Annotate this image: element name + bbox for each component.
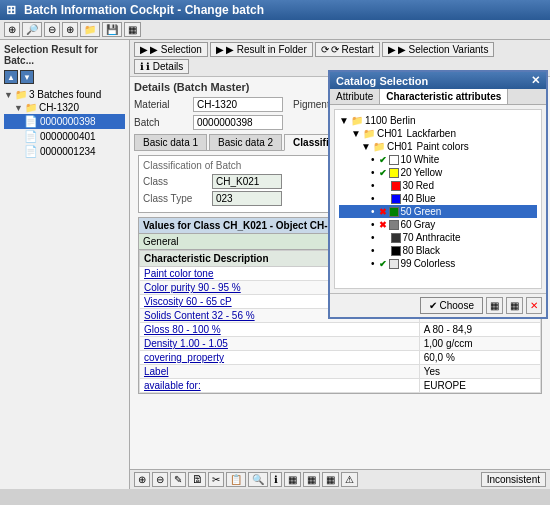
tree-icon-batch3: 📄 bbox=[24, 145, 38, 158]
selection-button[interactable]: ▶ ▶ Selection bbox=[134, 42, 208, 57]
x-icon: ✖ bbox=[379, 220, 387, 230]
catalog-btn-2[interactable]: ▦ bbox=[486, 297, 503, 314]
catalog-tab-attribute[interactable]: Attribute bbox=[330, 89, 380, 104]
table-cell-desc[interactable]: covering_property bbox=[140, 351, 420, 365]
tree-label-batch2: 0000000401 bbox=[40, 131, 96, 142]
catalog-item[interactable]: •✖ 60 Gray bbox=[339, 218, 537, 231]
color-swatch bbox=[391, 194, 401, 204]
catalog-item[interactable]: •✔ 20 Yellow bbox=[339, 166, 537, 179]
item-code: 60 bbox=[401, 219, 412, 230]
catalog-tab-char[interactable]: Characteristic attributes bbox=[380, 89, 508, 104]
table-cell-desc[interactable]: available for: bbox=[140, 379, 420, 393]
tab-basic2[interactable]: Basic data 2 bbox=[209, 134, 282, 150]
catalog-close-button[interactable]: ✕ bbox=[531, 74, 540, 87]
item-label: White bbox=[414, 154, 440, 165]
catalog-btn-3[interactable]: ▦ bbox=[506, 297, 523, 314]
btm-btn-3[interactable]: ✎ bbox=[170, 472, 186, 487]
material-label: Material bbox=[134, 99, 189, 110]
top-toolbar: ⊕ 🔎 ⊖ ⊕ 📁 💾 ▦ bbox=[0, 20, 550, 40]
bullet-icon: • bbox=[371, 258, 375, 269]
restart-icon: ⟳ bbox=[321, 44, 329, 55]
bullet-icon: • bbox=[371, 180, 375, 191]
btm-btn-2[interactable]: ⊖ bbox=[152, 472, 168, 487]
class-type-input[interactable] bbox=[212, 191, 282, 206]
class-value-input[interactable] bbox=[212, 174, 282, 189]
table-cell-value: Yes bbox=[419, 365, 540, 379]
toolbar-btn-5[interactable]: 📁 bbox=[80, 22, 100, 37]
bullet-icon: • bbox=[371, 154, 375, 165]
table-cell-desc[interactable]: Density 1.00 - 1.05 bbox=[140, 337, 420, 351]
bottom-toolbar: ⊕ ⊖ ✎ 🖺 ✂ 📋 🔍 ℹ ▦ ▦ ▦ ⚠ Inconsistent bbox=[130, 469, 550, 489]
btm-btn-7[interactable]: 🔍 bbox=[248, 472, 268, 487]
node1-folder: 📁 bbox=[363, 128, 375, 139]
btm-btn-8[interactable]: ℹ bbox=[270, 472, 282, 487]
selection-icon: ▶ bbox=[140, 44, 148, 55]
toolbar-btn-2[interactable]: 🔎 bbox=[22, 22, 42, 37]
variants-label: ▶ Selection Variants bbox=[398, 44, 489, 55]
tree-node-ch1320[interactable]: ▼ 📁 CH-1320 bbox=[4, 101, 125, 114]
catalog-item[interactable]: • 30 Red bbox=[339, 179, 537, 192]
sidebar: Selection Result for Batc... ▲ ▼ ▼ 📁 3 B… bbox=[0, 40, 130, 489]
btm-btn-4[interactable]: 🖺 bbox=[188, 472, 206, 487]
toolbar-btn-1[interactable]: ⊕ bbox=[4, 22, 20, 37]
btm-btn-1[interactable]: ⊕ bbox=[134, 472, 150, 487]
batch-input[interactable] bbox=[193, 115, 283, 130]
btm-btn-11[interactable]: ▦ bbox=[322, 472, 339, 487]
tree-node-batch3[interactable]: 📄 0000001234 bbox=[4, 144, 125, 159]
result-folder-button[interactable]: ▶ ▶ Result in Folder bbox=[210, 42, 313, 57]
sidebar-nav-down[interactable]: ▼ bbox=[20, 70, 34, 84]
catalog-close-btn[interactable]: ✕ bbox=[526, 297, 542, 314]
x-icon: ✖ bbox=[379, 207, 387, 217]
catalog-item[interactable]: • 80 Black bbox=[339, 244, 537, 257]
restart-button[interactable]: ⟳ ⟳ Restart bbox=[315, 42, 380, 57]
check-icon: ✔ bbox=[379, 168, 387, 178]
btm-btn-5[interactable]: ✂ bbox=[208, 472, 224, 487]
toolbar-btn-6[interactable]: 💾 bbox=[102, 22, 122, 37]
folder-icon: 📁 bbox=[15, 89, 27, 100]
toolbar-btn-7[interactable]: ▦ bbox=[124, 22, 141, 37]
variants-button[interactable]: ▶ ▶ Selection Variants bbox=[382, 42, 495, 57]
choose-button[interactable]: ✔ Choose bbox=[420, 297, 483, 314]
catalog-item[interactable]: •✔ 10 White bbox=[339, 153, 537, 166]
bullet-icon: • bbox=[371, 245, 375, 256]
catalog-root-label: 1100 Berlin bbox=[365, 115, 416, 126]
tree-node-batches[interactable]: ▼ 📁 3 Batches found bbox=[4, 88, 125, 101]
window-title: Batch Information Cockpit - Change batch bbox=[24, 3, 264, 17]
item-label: Blue bbox=[416, 193, 436, 204]
toolbar-btn-3[interactable]: ⊖ bbox=[44, 22, 60, 37]
material-input[interactable] bbox=[193, 97, 283, 112]
tree-node-batch2[interactable]: 📄 0000000401 bbox=[4, 129, 125, 144]
item-label: Yellow bbox=[414, 167, 443, 178]
tree-node-batch1[interactable]: 📄 0000000398 bbox=[4, 114, 125, 129]
table-cell-desc[interactable]: Gloss 80 - 100 % bbox=[140, 323, 420, 337]
tree-icon-batch1: 📄 bbox=[24, 115, 38, 128]
variants-icon: ▶ bbox=[388, 44, 396, 55]
btm-btn-12[interactable]: ⚠ bbox=[341, 472, 358, 487]
details-button[interactable]: ℹ ℹ Details bbox=[134, 59, 189, 74]
catalog-item[interactable]: •✖ 50 Green bbox=[339, 205, 537, 218]
catalog-root[interactable]: ▼ 📁 1100 Berlin bbox=[339, 114, 537, 127]
item-code: 50 bbox=[401, 206, 412, 217]
catalog-node1[interactable]: ▼ 📁 CH01 Lackfarben bbox=[339, 127, 537, 140]
bullet-icon: • bbox=[371, 167, 375, 178]
bullet-icon: • bbox=[371, 206, 375, 217]
btm-btn-6[interactable]: 📋 bbox=[226, 472, 246, 487]
inconsistent-button[interactable]: Inconsistent bbox=[481, 472, 546, 487]
tree-label-batch3: 0000001234 bbox=[40, 146, 96, 157]
table-row: covering_property60,0 % bbox=[140, 351, 541, 365]
tab-basic1[interactable]: Basic data 1 bbox=[134, 134, 207, 150]
sidebar-nav-up[interactable]: ▲ bbox=[4, 70, 18, 84]
btm-btn-9[interactable]: ▦ bbox=[284, 472, 301, 487]
restart-label: ⟳ Restart bbox=[331, 44, 374, 55]
catalog-item[interactable]: • 40 Blue bbox=[339, 192, 537, 205]
table-row: LabelYes bbox=[140, 365, 541, 379]
btm-btn-10[interactable]: ▦ bbox=[303, 472, 320, 487]
catalog-item[interactable]: • 70 Anthracite bbox=[339, 231, 537, 244]
node2-id: CH01 bbox=[387, 141, 413, 152]
catalog-node2[interactable]: ▼ 📁 CH01 Paint colors bbox=[339, 140, 537, 153]
catalog-item[interactable]: •✔ 99 Colorless bbox=[339, 257, 537, 270]
toolbar-btn-4[interactable]: ⊕ bbox=[62, 22, 78, 37]
color-swatch bbox=[389, 220, 399, 230]
table-cell-desc[interactable]: Label bbox=[140, 365, 420, 379]
bullet-icon: • bbox=[371, 193, 375, 204]
